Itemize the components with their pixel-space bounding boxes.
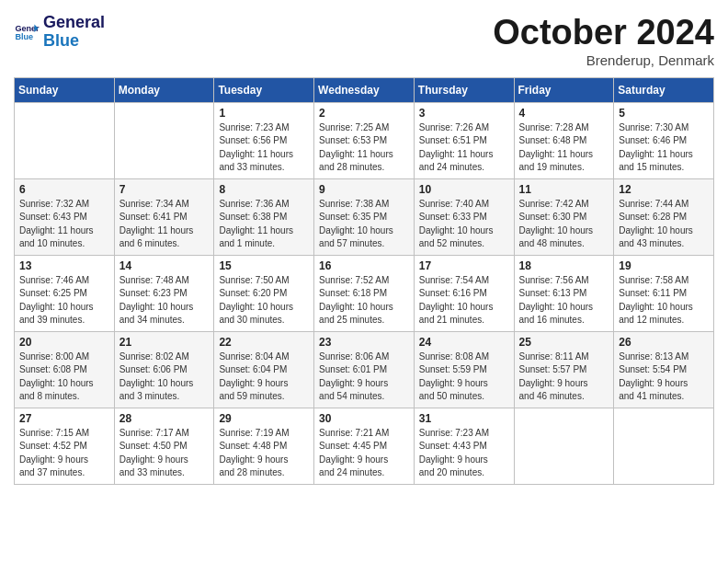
calendar-cell: 20Sunrise: 8:00 AM Sunset: 6:08 PM Dayli…	[15, 331, 115, 408]
calendar-cell: 25Sunrise: 8:11 AM Sunset: 5:57 PM Dayli…	[514, 331, 614, 408]
day-info: Sunrise: 7:50 AM Sunset: 6:20 PM Dayligh…	[219, 274, 309, 327]
header-thursday: Thursday	[414, 77, 514, 102]
day-info: Sunrise: 7:46 AM Sunset: 6:25 PM Dayligh…	[19, 274, 109, 327]
day-info: Sunrise: 7:40 AM Sunset: 6:33 PM Dayligh…	[419, 198, 509, 251]
day-info: Sunrise: 7:25 AM Sunset: 6:53 PM Dayligh…	[319, 121, 409, 175]
day-info: Sunrise: 7:34 AM Sunset: 6:41 PM Dayligh…	[119, 198, 210, 251]
day-number: 21	[119, 336, 210, 349]
day-info: Sunrise: 8:06 AM Sunset: 6:01 PM Dayligh…	[319, 350, 409, 404]
calendar-cell: 16Sunrise: 7:52 AM Sunset: 6:18 PM Dayli…	[314, 255, 415, 331]
calendar-cell: 7Sunrise: 7:34 AM Sunset: 6:41 PM Daylig…	[114, 178, 214, 255]
calendar-cell: 19Sunrise: 7:58 AM Sunset: 6:11 PM Dayli…	[614, 255, 714, 331]
calendar-cell: 12Sunrise: 7:44 AM Sunset: 6:28 PM Dayli…	[614, 178, 714, 255]
calendar-cell: 21Sunrise: 8:02 AM Sunset: 6:06 PM Dayli…	[114, 331, 214, 408]
day-info: Sunrise: 7:15 AM Sunset: 4:52 PM Dayligh…	[19, 427, 109, 480]
calendar-cell: 24Sunrise: 8:08 AM Sunset: 5:59 PM Dayli…	[414, 331, 514, 408]
svg-text:Blue: Blue	[15, 32, 33, 41]
day-info: Sunrise: 7:54 AM Sunset: 6:16 PM Dayligh…	[419, 274, 509, 327]
calendar-cell: 10Sunrise: 7:40 AM Sunset: 6:33 PM Dayli…	[414, 178, 514, 255]
logo-icon: General Blue	[14, 19, 40, 45]
day-info: Sunrise: 8:04 AM Sunset: 6:04 PM Dayligh…	[219, 350, 309, 404]
title-block: October 2024 Brenderup, Denmark	[493, 14, 714, 68]
day-number: 6	[19, 183, 109, 196]
logo-blue: Blue	[43, 32, 105, 51]
day-info: Sunrise: 7:30 AM Sunset: 6:46 PM Dayligh…	[619, 121, 709, 175]
day-number: 25	[519, 336, 609, 349]
day-info: Sunrise: 7:44 AM Sunset: 6:28 PM Dayligh…	[619, 198, 709, 251]
day-info: Sunrise: 7:52 AM Sunset: 6:18 PM Dayligh…	[319, 274, 409, 327]
header-friday: Friday	[514, 77, 614, 102]
day-info: Sunrise: 7:32 AM Sunset: 6:43 PM Dayligh…	[19, 198, 109, 251]
day-number: 1	[219, 107, 309, 120]
calendar-cell	[614, 408, 714, 484]
day-number: 2	[319, 107, 409, 120]
calendar-cell: 28Sunrise: 7:17 AM Sunset: 4:50 PM Dayli…	[114, 408, 214, 484]
calendar-cell: 17Sunrise: 7:54 AM Sunset: 6:16 PM Dayli…	[414, 255, 514, 331]
header-monday: Monday	[114, 77, 214, 102]
day-info: Sunrise: 7:21 AM Sunset: 4:45 PM Dayligh…	[319, 427, 409, 480]
calendar-cell: 5Sunrise: 7:30 AM Sunset: 6:46 PM Daylig…	[614, 102, 714, 178]
day-number: 30	[319, 412, 409, 425]
day-number: 19	[619, 259, 709, 272]
day-info: Sunrise: 7:38 AM Sunset: 6:35 PM Dayligh…	[319, 198, 409, 251]
calendar-cell	[514, 408, 614, 484]
header-sunday: Sunday	[15, 77, 115, 102]
day-number: 24	[419, 336, 509, 349]
day-number: 12	[619, 183, 709, 196]
week-row-2: 6Sunrise: 7:32 AM Sunset: 6:43 PM Daylig…	[15, 178, 714, 255]
logo: General Blue General Blue	[14, 14, 105, 51]
day-number: 3	[419, 107, 509, 120]
calendar-cell: 13Sunrise: 7:46 AM Sunset: 6:25 PM Dayli…	[15, 255, 115, 331]
day-number: 16	[319, 259, 409, 272]
day-info: Sunrise: 8:08 AM Sunset: 5:59 PM Dayligh…	[419, 350, 509, 404]
day-number: 5	[619, 107, 709, 120]
day-info: Sunrise: 7:42 AM Sunset: 6:30 PM Dayligh…	[519, 198, 609, 251]
calendar-cell: 11Sunrise: 7:42 AM Sunset: 6:30 PM Dayli…	[514, 178, 614, 255]
calendar-cell: 9Sunrise: 7:38 AM Sunset: 6:35 PM Daylig…	[314, 178, 415, 255]
day-number: 31	[419, 412, 509, 425]
calendar-cell: 18Sunrise: 7:56 AM Sunset: 6:13 PM Dayli…	[514, 255, 614, 331]
calendar-cell: 27Sunrise: 7:15 AM Sunset: 4:52 PM Dayli…	[15, 408, 115, 484]
day-info: Sunrise: 7:48 AM Sunset: 6:23 PM Dayligh…	[119, 274, 210, 327]
calendar-cell: 26Sunrise: 8:13 AM Sunset: 5:54 PM Dayli…	[614, 331, 714, 408]
day-info: Sunrise: 7:56 AM Sunset: 6:13 PM Dayligh…	[519, 274, 609, 327]
header-row: SundayMondayTuesdayWednesdayThursdayFrid…	[15, 77, 714, 102]
location-subtitle: Brenderup, Denmark	[493, 52, 714, 68]
day-info: Sunrise: 7:23 AM Sunset: 6:56 PM Dayligh…	[219, 121, 309, 175]
calendar-cell: 30Sunrise: 7:21 AM Sunset: 4:45 PM Dayli…	[314, 408, 415, 484]
day-info: Sunrise: 8:00 AM Sunset: 6:08 PM Dayligh…	[19, 350, 109, 404]
day-number: 20	[19, 336, 109, 349]
day-info: Sunrise: 8:02 AM Sunset: 6:06 PM Dayligh…	[119, 350, 210, 404]
day-number: 10	[419, 183, 509, 196]
day-number: 13	[19, 259, 109, 272]
page-header: General Blue General Blue October 2024 B…	[14, 14, 714, 68]
day-number: 28	[119, 412, 210, 425]
calendar-table: SundayMondayTuesdayWednesdayThursdayFrid…	[14, 77, 714, 485]
day-number: 29	[219, 412, 309, 425]
day-number: 22	[219, 336, 309, 349]
calendar-cell: 1Sunrise: 7:23 AM Sunset: 6:56 PM Daylig…	[214, 102, 314, 178]
calendar-cell: 6Sunrise: 7:32 AM Sunset: 6:43 PM Daylig…	[15, 178, 115, 255]
day-number: 26	[619, 336, 709, 349]
day-info: Sunrise: 7:23 AM Sunset: 4:43 PM Dayligh…	[419, 427, 509, 480]
day-info: Sunrise: 7:19 AM Sunset: 4:48 PM Dayligh…	[219, 427, 309, 480]
day-number: 11	[519, 183, 609, 196]
day-number: 17	[419, 259, 509, 272]
header-tuesday: Tuesday	[214, 77, 314, 102]
day-info: Sunrise: 8:13 AM Sunset: 5:54 PM Dayligh…	[619, 350, 709, 404]
calendar-cell: 2Sunrise: 7:25 AM Sunset: 6:53 PM Daylig…	[314, 102, 415, 178]
day-number: 8	[219, 183, 309, 196]
week-row-1: 1Sunrise: 7:23 AM Sunset: 6:56 PM Daylig…	[15, 102, 714, 178]
day-info: Sunrise: 7:58 AM Sunset: 6:11 PM Dayligh…	[619, 274, 709, 327]
day-number: 9	[319, 183, 409, 196]
calendar-cell: 31Sunrise: 7:23 AM Sunset: 4:43 PM Dayli…	[414, 408, 514, 484]
week-row-5: 27Sunrise: 7:15 AM Sunset: 4:52 PM Dayli…	[15, 408, 714, 484]
calendar-cell: 29Sunrise: 7:19 AM Sunset: 4:48 PM Dayli…	[214, 408, 314, 484]
calendar-cell: 3Sunrise: 7:26 AM Sunset: 6:51 PM Daylig…	[414, 102, 514, 178]
calendar-cell	[114, 102, 214, 178]
day-number: 27	[19, 412, 109, 425]
day-info: Sunrise: 7:17 AM Sunset: 4:50 PM Dayligh…	[119, 427, 210, 480]
calendar-cell: 14Sunrise: 7:48 AM Sunset: 6:23 PM Dayli…	[114, 255, 214, 331]
day-number: 7	[119, 183, 210, 196]
week-row-4: 20Sunrise: 8:00 AM Sunset: 6:08 PM Dayli…	[15, 331, 714, 408]
